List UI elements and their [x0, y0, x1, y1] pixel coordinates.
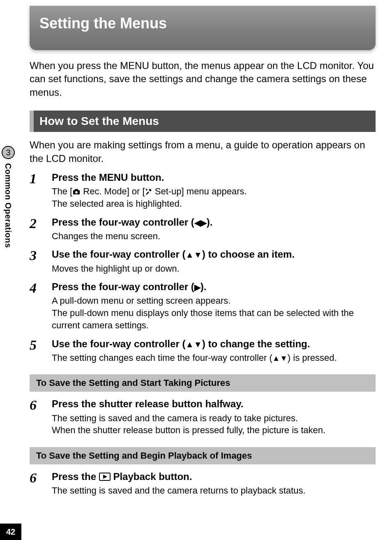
camera-icon: [72, 189, 81, 195]
step-desc: Moves the highlight up or down.: [52, 263, 376, 275]
right-arrow-icon: ▶: [194, 283, 201, 292]
step-2: 2 Press the four-way controller (◀▶). Ch…: [30, 216, 376, 242]
page-title: Setting the Menus: [39, 15, 366, 32]
text: Press the four-way controller (: [52, 217, 194, 228]
text: Use the four-way controller (: [52, 338, 185, 349]
text: ) to choose an item.: [202, 249, 295, 260]
subheading-save-pictures: To Save the Setting and Start Taking Pic…: [30, 374, 376, 392]
step-number: 4: [30, 280, 43, 331]
step-title: Press the shutter release button halfway…: [52, 397, 376, 410]
step-body: Press the shutter release button halfway…: [52, 397, 376, 436]
step-body: Use the four-way controller (▲▼) to choo…: [52, 248, 376, 275]
step-title: Use the four-way controller (▲▼) to chan…: [52, 337, 376, 350]
page-number: 42: [0, 524, 21, 540]
text: ).: [207, 217, 213, 228]
step-number: 3: [30, 248, 43, 275]
step-body: Press the four-way controller (◀▶). Chan…: [52, 216, 376, 242]
step-number: 1: [30, 171, 43, 210]
step-body: Press the four-way controller (▶). A pul…: [52, 280, 376, 331]
text: Use the four-way controller (: [52, 249, 185, 260]
step-body: Press the MENU button. The [ Rec. Mode] …: [52, 171, 376, 210]
text: ) to change the setting.: [202, 338, 310, 349]
up-down-arrows-icon: ▲▼: [185, 250, 202, 259]
step-title: Press the four-way controller (◀▶).: [52, 216, 376, 228]
step-title: Press the four-way controller (▶).: [52, 280, 376, 293]
text: The [: [52, 186, 72, 196]
step-number: 2: [30, 216, 43, 242]
step-title: Use the four-way controller (▲▼) to choo…: [52, 248, 376, 261]
step-desc: The setting is saved and the camera is r…: [52, 412, 376, 436]
section-intro: When you are making settings from a menu…: [30, 138, 376, 165]
step-desc: The [ Rec. Mode] or [ Set-up] menu appea…: [52, 185, 376, 210]
step-3: 3 Use the four-way controller (▲▼) to ch…: [30, 248, 376, 275]
page: 3 Common Operations 42 Setting the Menus…: [0, 0, 392, 540]
step-5: 5 Use the four-way controller (▲▼) to ch…: [30, 337, 376, 364]
up-down-arrows-icon: ▲▼: [272, 354, 288, 362]
svg-point-0: [75, 191, 78, 194]
chapter-number-badge: 3: [2, 146, 15, 159]
content-column: Setting the Menus When you press the MEN…: [30, 0, 376, 497]
tools-icon: [145, 188, 152, 195]
step-4: 4 Press the four-way controller (▶). A p…: [30, 280, 376, 331]
text: Press the four-way controller (: [52, 281, 194, 292]
playback-icon: [99, 473, 111, 481]
step-number: 6: [30, 470, 43, 497]
side-tab: 3 Common Operations: [0, 146, 16, 248]
step-title: Press the MENU button.: [52, 171, 376, 184]
step-title: Press the Playback button.: [52, 470, 376, 483]
step-desc: The setting is saved and the camera retu…: [52, 485, 376, 497]
text: Rec. Mode] or [: [81, 186, 145, 196]
text: Playback button.: [111, 471, 192, 482]
text: ).: [201, 281, 207, 292]
step-number: 6: [30, 397, 43, 436]
svg-marker-2: [103, 475, 107, 479]
step-desc: The setting changes each time the four-w…: [52, 352, 376, 364]
step-body: Press the Playback button. The setting i…: [52, 470, 376, 497]
step-number: 5: [30, 337, 43, 364]
page-title-bar: Setting the Menus: [30, 6, 376, 50]
left-right-arrows-icon: ◀▶: [194, 218, 207, 227]
text: ) is pressed.: [288, 353, 337, 363]
step-6b: 6 Press the Playback button. The setting…: [30, 470, 376, 497]
step-desc: Changes the menu screen.: [52, 230, 376, 242]
subheading-save-playback: To Save the Setting and Begin Playback o…: [30, 447, 376, 464]
intro-text: When you press the MENU button, the menu…: [30, 59, 376, 99]
text: Press the: [52, 471, 99, 482]
section-heading: How to Set the Menus: [30, 111, 376, 132]
step-1: 1 Press the MENU button. The [ Rec. Mode…: [30, 171, 376, 210]
step-desc: A pull-down menu or setting screen appea…: [52, 295, 376, 331]
up-down-arrows-icon: ▲▼: [185, 340, 202, 349]
steps-list: 1 Press the MENU button. The [ Rec. Mode…: [30, 171, 376, 364]
step-body: Use the four-way controller (▲▼) to chan…: [52, 337, 376, 364]
side-tab-label: Common Operations: [3, 163, 13, 248]
step-6a: 6 Press the shutter release button halfw…: [30, 397, 376, 436]
text: The setting changes each time the four-w…: [52, 353, 272, 363]
